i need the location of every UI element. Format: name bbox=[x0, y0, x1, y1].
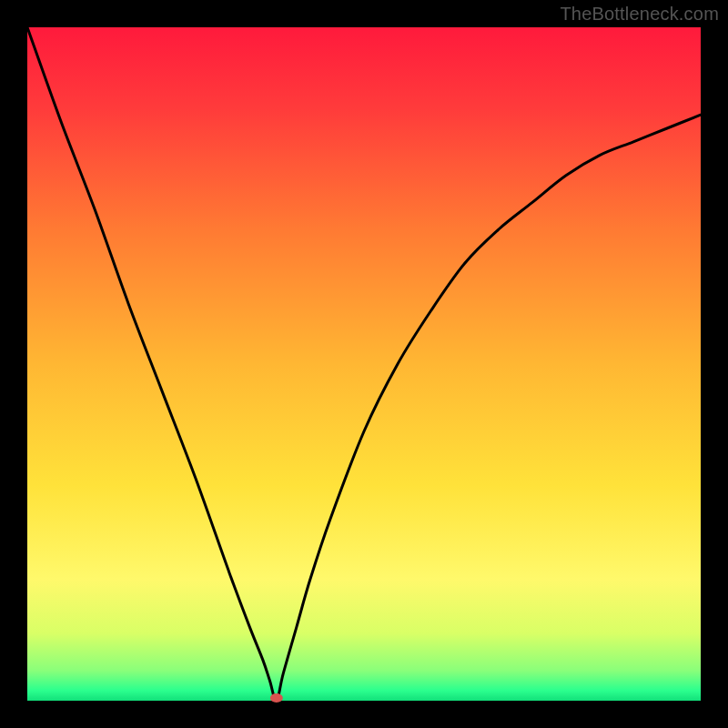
bottleneck-plot bbox=[0, 0, 728, 728]
minimum-marker bbox=[270, 693, 283, 703]
watermark-text: TheBottleneck.com bbox=[560, 4, 719, 25]
plot-area-rect bbox=[27, 27, 701, 701]
chart-frame: TheBottleneck.com bbox=[0, 0, 728, 728]
